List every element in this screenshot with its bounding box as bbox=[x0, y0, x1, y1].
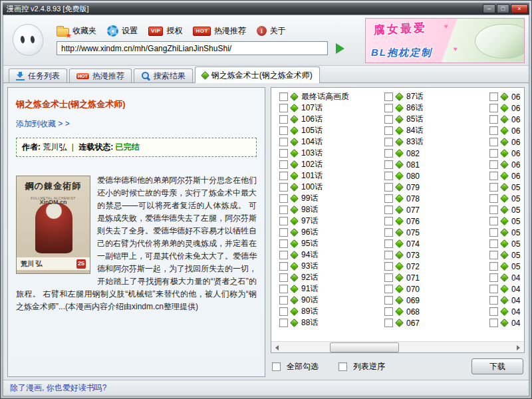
chapter-checkbox[interactable] bbox=[489, 172, 498, 180]
chapter-checkbox[interactable] bbox=[489, 149, 498, 158]
chapter-checkbox[interactable] bbox=[489, 251, 498, 259]
chapter-checkbox[interactable] bbox=[384, 239, 393, 248]
chapter-checkbox[interactable] bbox=[384, 183, 393, 192]
chapter-checkbox[interactable] bbox=[279, 126, 288, 135]
chapter-checkbox[interactable] bbox=[489, 115, 498, 124]
chapter-checkbox[interactable] bbox=[279, 92, 288, 101]
chapter-checkbox[interactable] bbox=[384, 104, 393, 112]
chapter-checkbox[interactable] bbox=[279, 262, 288, 271]
chapter-checkbox[interactable] bbox=[279, 273, 288, 282]
chapter-checkbox[interactable] bbox=[489, 307, 498, 316]
title-bar[interactable]: 漫画控 v2.4.8.93 [免费版] – □ × bbox=[3, 3, 529, 15]
chapter-row: 06 bbox=[489, 102, 524, 114]
scroll-right-button[interactable] bbox=[513, 342, 524, 352]
download-button[interactable]: 下载 bbox=[471, 358, 523, 374]
chapter-checkbox[interactable] bbox=[384, 307, 393, 316]
chapter-checkbox[interactable] bbox=[384, 138, 393, 146]
chapter-checkbox[interactable] bbox=[279, 138, 288, 146]
cover-figure-art bbox=[35, 203, 72, 253]
status-message-link[interactable]: 除了漫画, 你也爱好读书吗? bbox=[10, 382, 106, 394]
chapter-checkbox[interactable] bbox=[489, 262, 498, 271]
reverse-order-checkbox[interactable] bbox=[338, 362, 347, 371]
chapter-checkbox[interactable] bbox=[489, 296, 498, 305]
tab-task-list[interactable]: 任务列表 bbox=[9, 68, 67, 82]
chapter-checkbox[interactable] bbox=[279, 183, 288, 192]
chapter-checkbox[interactable] bbox=[489, 104, 498, 112]
scroll-left-button[interactable] bbox=[271, 342, 283, 352]
chapter-checkbox[interactable] bbox=[384, 273, 393, 282]
go-arrow-button[interactable] bbox=[336, 43, 344, 54]
chapter-checkbox[interactable] bbox=[384, 115, 393, 124]
chapter-checkbox[interactable] bbox=[384, 217, 393, 225]
chapter-checkbox[interactable] bbox=[384, 319, 393, 327]
chapter-row: 06 bbox=[489, 148, 524, 159]
chapter-checkbox[interactable] bbox=[279, 239, 288, 248]
cover-title: 鋼の錬金術師 bbox=[17, 180, 90, 192]
chapter-checkbox[interactable] bbox=[384, 172, 393, 180]
chapter-checkbox[interactable] bbox=[489, 273, 498, 282]
url-input[interactable] bbox=[57, 41, 328, 55]
chapter-diamond-icon bbox=[395, 194, 404, 203]
chapter-checkbox[interactable] bbox=[489, 138, 498, 146]
chapter-checkbox[interactable] bbox=[384, 205, 393, 214]
chapter-diamond-icon bbox=[500, 126, 509, 135]
chapter-checkbox[interactable] bbox=[384, 296, 393, 305]
hot-recommend-button[interactable]: HOT 热漫推荐 bbox=[193, 25, 245, 37]
chapter-row: 88话 bbox=[279, 317, 384, 329]
tab-manga-detail[interactable]: 钢之炼金术士(钢之炼金术师) bbox=[195, 66, 320, 83]
chapter-checkbox[interactable] bbox=[489, 228, 498, 237]
chapter-checkbox[interactable] bbox=[384, 160, 393, 169]
chapter-checkbox[interactable] bbox=[384, 149, 393, 158]
chapter-checkbox[interactable] bbox=[384, 194, 393, 203]
scrollbar-thumb[interactable] bbox=[330, 342, 399, 352]
chapter-checkbox[interactable] bbox=[279, 319, 288, 327]
minimize-button[interactable]: – bbox=[483, 4, 495, 13]
license-button[interactable]: VIP 授权 bbox=[148, 25, 182, 37]
tab-search-results[interactable]: 搜索结果 bbox=[134, 68, 193, 82]
chapter-checkbox[interactable] bbox=[384, 228, 393, 237]
chapter-checkbox[interactable] bbox=[279, 307, 288, 316]
chapter-checkbox[interactable] bbox=[489, 160, 498, 169]
chapter-checkbox[interactable] bbox=[384, 92, 393, 101]
chapter-checkbox[interactable] bbox=[279, 205, 288, 214]
chapter-checkbox[interactable] bbox=[279, 296, 288, 305]
favorites-button[interactable]: 收藏夹 bbox=[57, 25, 96, 37]
chapter-checkbox[interactable] bbox=[279, 149, 288, 158]
chapter-checkbox[interactable] bbox=[279, 160, 288, 169]
chapter-row: 074 bbox=[384, 238, 489, 249]
chapter-checkbox[interactable] bbox=[384, 251, 393, 259]
chapter-checkbox[interactable] bbox=[384, 126, 393, 135]
chapter-checkbox[interactable] bbox=[489, 285, 498, 293]
horizontal-scrollbar[interactable] bbox=[271, 341, 524, 352]
chapter-checkbox[interactable] bbox=[489, 92, 498, 101]
chapter-checkbox[interactable] bbox=[489, 194, 498, 203]
chapter-checkbox[interactable] bbox=[279, 104, 288, 112]
chapter-row: 04 bbox=[489, 306, 524, 317]
chapter-checkbox[interactable] bbox=[279, 285, 288, 293]
chapter-checkbox[interactable] bbox=[489, 183, 498, 192]
maximize-button[interactable]: □ bbox=[497, 4, 509, 13]
chapter-checkbox[interactable] bbox=[489, 205, 498, 214]
manga-cover: 鋼の錬金術師 FULLMETAL ALCHEMIST XinDM.cn 荒川 弘… bbox=[16, 176, 90, 274]
chapter-checkbox[interactable] bbox=[279, 172, 288, 180]
chapter-checkbox[interactable] bbox=[384, 285, 393, 293]
chapter-checkbox[interactable] bbox=[384, 262, 393, 271]
chapter-checkbox[interactable] bbox=[279, 251, 288, 259]
tab-hot-recommend[interactable]: HOT 热漫推荐 bbox=[69, 68, 132, 82]
about-button[interactable]: 关于 bbox=[257, 25, 286, 37]
chapter-diamond-icon bbox=[290, 126, 299, 135]
select-all-checkbox[interactable] bbox=[272, 362, 281, 371]
ad-banner[interactable]: ♥ ♥ 腐女最爱 BL抱枕定制 bbox=[365, 18, 525, 63]
chapter-checkbox[interactable] bbox=[279, 217, 288, 225]
chapter-row: 079 bbox=[384, 182, 489, 193]
add-to-favorites-link[interactable]: 添加到收藏 > > bbox=[16, 118, 70, 130]
settings-button[interactable]: 设置 bbox=[107, 25, 138, 37]
chapter-checkbox[interactable] bbox=[489, 319, 498, 327]
chapter-checkbox[interactable] bbox=[279, 194, 288, 203]
chapter-checkbox[interactable] bbox=[279, 228, 288, 237]
chapter-checkbox[interactable] bbox=[279, 115, 288, 124]
close-button[interactable]: × bbox=[511, 4, 528, 13]
chapter-checkbox[interactable] bbox=[489, 126, 498, 135]
chapter-checkbox[interactable] bbox=[489, 217, 498, 225]
chapter-checkbox[interactable] bbox=[489, 239, 498, 248]
